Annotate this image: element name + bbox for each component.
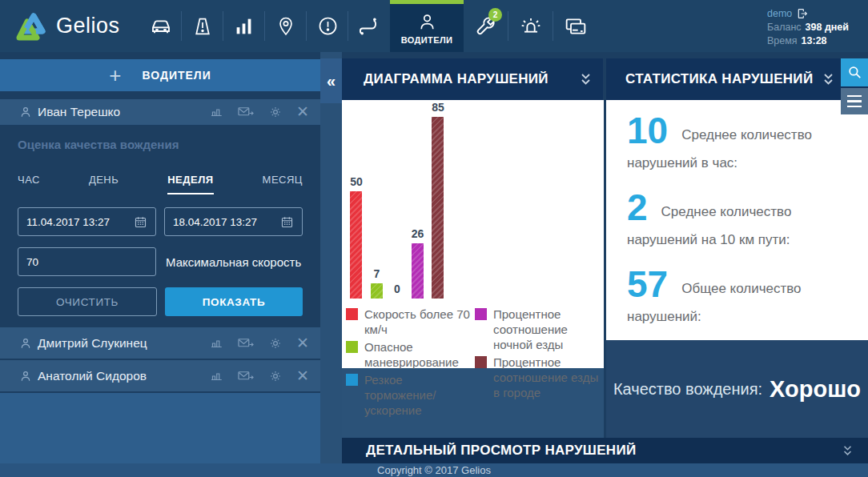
reports-icon[interactable]: [223, 0, 265, 52]
tab-drivers[interactable]: ВОДИТЕЛИ: [390, 0, 464, 52]
copyright-text: Copyright © 2017 Gelios: [377, 464, 491, 476]
bar-value-label: 85: [424, 101, 452, 114]
map-icon[interactable]: [265, 0, 307, 52]
sidebar-title: ВОДИТЕЛИ: [142, 69, 211, 82]
legend-label: Опасное маневрирование: [364, 339, 475, 370]
stat-value: 10: [627, 110, 668, 151]
send-message-icon[interactable]: [237, 369, 255, 383]
calendar-icon[interactable]: [280, 215, 294, 229]
logo-text: Gelios: [56, 14, 120, 38]
tab-week[interactable]: НЕДЕЛЯ: [167, 174, 213, 194]
maintenance-badge: 2: [488, 8, 502, 22]
violations-stats: 10Среднее количество нарушений в час: 2С…: [606, 100, 868, 340]
username[interactable]: demo: [767, 7, 792, 20]
stats-header: СТАТИСТИКА НАРУШЕНИЙ: [606, 58, 868, 100]
driver-row[interactable]: Дмитрий Слукинец ✕: [0, 327, 320, 360]
driver-row[interactable]: Иван Терешко ✕: [0, 99, 320, 126]
chart-bar: [412, 243, 424, 299]
notifications-icon[interactable]: [307, 0, 348, 52]
legend-swatch: [475, 356, 487, 368]
close-icon[interactable]: ✕: [296, 105, 309, 119]
search-icon: [847, 65, 862, 80]
add-driver-button[interactable]: +: [109, 65, 121, 86]
send-message-icon[interactable]: [237, 336, 255, 351]
driving-quality-result: Качество вождения: Хорошо: [606, 340, 868, 438]
details-header[interactable]: ДЕТАЛЬНЫЙ ПРОСМОТР НАРУШЕНИЙ: [342, 438, 868, 463]
show-button[interactable]: ПОКАЗАТЬ: [165, 287, 303, 316]
settings-icon[interactable]: [268, 369, 283, 383]
bar-value-label: 0: [384, 283, 411, 295]
settings-icon[interactable]: [268, 336, 283, 351]
tracks-icon[interactable]: [348, 0, 390, 52]
driver-chart-icon[interactable]: [209, 105, 223, 119]
details-title: ДЕТАЛЬНЫЙ ПРОСМОТР НАРУШЕНИЙ: [366, 443, 636, 459]
driver-row[interactable]: Анатолий Сидоров ✕: [0, 360, 320, 393]
driver-chart-icon[interactable]: [209, 336, 223, 351]
legend-item: Резкое торможение/ускорение: [346, 372, 475, 418]
legend-label: Процентное соотношение езды в городе: [493, 355, 604, 400]
clear-button[interactable]: ОЧИСТИТЬ: [18, 287, 157, 316]
legend-label: Скорость более 70 км/ч: [364, 307, 475, 337]
max-speed-label: Максимальная скорость: [166, 255, 301, 269]
stat-value: 2: [627, 186, 648, 228]
stat-item: 10Среднее количество нарушений в час:: [627, 110, 847, 175]
legend-item: Опасное маневрирование: [346, 339, 475, 370]
bar-value-label: 26: [404, 227, 432, 240]
driver-chart-icon[interactable]: [209, 369, 223, 383]
chevron-double-down-icon[interactable]: [822, 73, 834, 86]
chart-legend: Скорость более 70 км/ч Опасное маневриро…: [342, 307, 604, 420]
payments-icon[interactable]: [553, 0, 598, 52]
legend-swatch: [346, 374, 358, 386]
stat-item: 57Общее количество нарушений:: [627, 263, 847, 329]
tab-day[interactable]: ДЕНЬ: [89, 174, 119, 194]
calendar-icon[interactable]: [134, 215, 147, 229]
time-value: 13:28: [802, 34, 827, 47]
menu-button[interactable]: [841, 88, 868, 114]
settings-icon[interactable]: [268, 105, 283, 119]
tab-hour[interactable]: ЧАС: [18, 174, 40, 194]
send-message-icon[interactable]: [237, 105, 255, 119]
bar-value-label: 50: [343, 175, 370, 188]
driving-quality-panel: Оценка качества вождения ЧАС ДЕНЬ НЕДЕЛЯ…: [0, 126, 320, 327]
chevron-double-down-icon[interactable]: [580, 73, 592, 86]
collapse-sidebar-button[interactable]: «: [320, 58, 342, 103]
bars: 50702685: [342, 100, 604, 299]
road-events-icon[interactable]: [182, 0, 223, 52]
tab-drivers-label: ВОДИТЕЛИ: [401, 35, 453, 45]
driver-name: Анатолий Сидоров: [38, 369, 209, 383]
driver-name: Иван Терешко: [38, 105, 209, 119]
tab-month[interactable]: МЕСЯЦ: [263, 174, 303, 194]
close-icon[interactable]: ✕: [296, 369, 309, 383]
legend-swatch: [346, 341, 358, 353]
quality-panel-title: Оценка качества вождения: [18, 138, 303, 151]
legend-item: Скорость более 70 км/ч: [346, 307, 475, 337]
alarms-icon[interactable]: [508, 0, 553, 52]
date-to-input[interactable]: 18.04.2017 13:27: [164, 207, 303, 236]
date-from-input[interactable]: 11.04.2017 13:27: [18, 207, 156, 236]
sidebar-header: + ВОДИТЕЛИ: [0, 59, 320, 91]
maintenance-icon[interactable]: 2: [464, 0, 508, 52]
stat-label: Среднее количество нарушений на 10 км пу…: [627, 204, 791, 247]
chevron-double-down-icon[interactable]: [842, 445, 854, 457]
diagram-title: ДИАГРАММА НАРУШЕНИЙ: [364, 71, 549, 87]
diagram-header: ДИАГРАММА НАРУШЕНИЙ: [342, 58, 603, 100]
max-speed-input[interactable]: 70: [18, 247, 156, 276]
chart-bar: [350, 191, 362, 299]
quality-label: Качество вождения:: [613, 380, 762, 399]
legend-swatch: [475, 308, 487, 320]
chart-bar: [371, 283, 383, 299]
vehicles-icon[interactable]: [140, 0, 182, 52]
legend-label: Процентное соотношение ночной езды: [493, 307, 604, 352]
logout-icon[interactable]: [796, 7, 809, 20]
time-label: Время: [767, 34, 798, 47]
sidebar-collapse-strip: «: [320, 52, 342, 463]
max-speed-value: 70: [26, 256, 147, 268]
stat-value: 57: [627, 263, 668, 305]
user-info: demo Баланс 398 дней Время 13:28: [767, 0, 868, 52]
top-navbar: Gelios: [0, 0, 868, 52]
app-logo: Gelios: [0, 0, 140, 52]
date-from-value: 11.04.2017 13:27: [26, 216, 134, 228]
date-to-value: 18.04.2017 13:27: [173, 216, 280, 228]
close-icon[interactable]: ✕: [296, 336, 309, 351]
search-button[interactable]: [841, 58, 868, 86]
